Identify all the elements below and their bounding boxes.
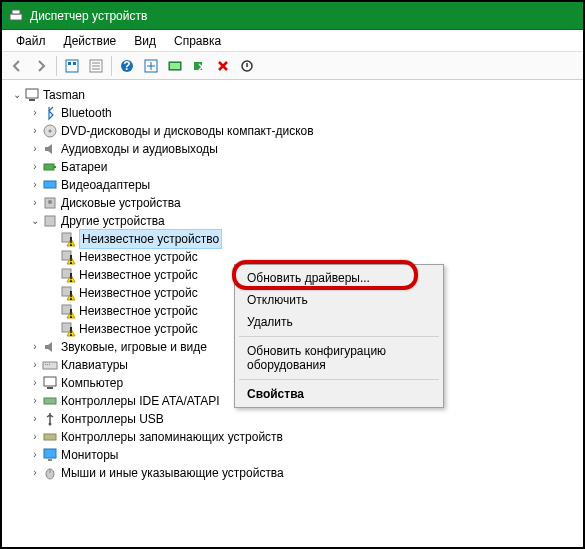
display-adapter-icon — [42, 177, 58, 193]
chevron-right-icon[interactable]: › — [28, 448, 42, 462]
category-label: Другие устройства — [61, 212, 165, 230]
tree-category-storage[interactable]: ›Контроллеры запоминающих устройств — [6, 428, 579, 446]
svg-rect-54 — [48, 459, 52, 461]
svg-rect-49 — [47, 387, 53, 389]
device-label: Неизвестное устройс — [79, 266, 198, 284]
svg-rect-47 — [49, 364, 50, 365]
chevron-right-icon[interactable]: › — [28, 466, 42, 480]
unknown-device-warning-icon: ! — [60, 321, 76, 337]
tree-category-bluetooth[interactable]: ›Bluetooth — [6, 104, 579, 122]
category-label: Батареи — [61, 158, 107, 176]
unknown-device-warning-icon: ! — [60, 285, 76, 301]
sound-icon — [42, 339, 58, 355]
root-label: Tasman — [43, 86, 85, 104]
tree-category-audio[interactable]: ›Аудиовходы и аудиовыходы — [6, 140, 579, 158]
svg-rect-50 — [44, 398, 56, 404]
svg-rect-53 — [44, 449, 56, 458]
tree-category-monitor[interactable]: ›Мониторы — [6, 446, 579, 464]
svg-text:!: ! — [69, 235, 73, 248]
svg-point-24 — [48, 200, 52, 204]
tree-category-video[interactable]: ›Видеоадаптеры — [6, 176, 579, 194]
menu-help[interactable]: Справка — [166, 32, 229, 50]
svg-rect-20 — [44, 164, 54, 170]
update-driver-button[interactable] — [164, 55, 186, 77]
context-update-drivers[interactable]: Обновить драйверы... — [237, 267, 441, 289]
tree-device-unknown[interactable]: !Неизвестное устройство — [6, 230, 579, 248]
device-label: Неизвестное устройс — [79, 284, 198, 302]
category-label: Компьютер — [61, 374, 123, 392]
chevron-right-icon[interactable]: › — [28, 340, 42, 354]
chevron-right-icon[interactable]: › — [28, 178, 42, 192]
chevron-right-icon[interactable]: › — [28, 358, 42, 372]
svg-rect-13 — [170, 63, 180, 69]
tree-category-battery[interactable]: ›Батареи — [6, 158, 579, 176]
unknown-device-warning-icon: ! — [60, 303, 76, 319]
svg-text:?: ? — [123, 59, 130, 73]
chevron-right-icon[interactable]: › — [28, 142, 42, 156]
monitor-icon — [42, 447, 58, 463]
computer-icon — [24, 87, 40, 103]
ide-controller-icon — [42, 393, 58, 409]
disk-icon — [42, 195, 58, 211]
menu-view[interactable]: Вид — [126, 32, 164, 50]
chevron-right-icon[interactable]: › — [28, 394, 42, 408]
svg-text:!: ! — [69, 325, 73, 338]
scan-button[interactable] — [188, 55, 210, 77]
chevron-right-icon[interactable]: › — [28, 196, 42, 210]
unknown-device-warning-icon: ! — [60, 249, 76, 265]
tree-category-mouse[interactable]: ›Мыши и иные указывающие устройства — [6, 464, 579, 482]
svg-text:!: ! — [69, 253, 73, 266]
chevron-right-icon[interactable]: › — [28, 430, 42, 444]
svg-rect-48 — [44, 377, 56, 386]
chevron-down-icon[interactable]: ⌄ — [28, 214, 42, 228]
tree-category-usb[interactable]: ›Контроллеры USB — [6, 410, 579, 428]
svg-text:!: ! — [69, 271, 73, 284]
menu-action[interactable]: Действие — [56, 32, 125, 50]
device-label: Неизвестное устройс — [79, 302, 198, 320]
svg-rect-44 — [43, 362, 57, 369]
category-label: Видеоадаптеры — [61, 176, 150, 194]
tree-category-disk[interactable]: ›Дисковые устройства — [6, 194, 579, 212]
toolbar-separator — [111, 56, 112, 76]
category-label: Контроллеры IDE ATA/ATAPI — [61, 392, 220, 410]
keyboard-icon — [42, 357, 58, 373]
svg-rect-46 — [47, 364, 48, 365]
chevron-right-icon[interactable]: › — [28, 376, 42, 390]
category-label: Bluetooth — [61, 104, 112, 122]
back-button[interactable] — [6, 55, 28, 77]
svg-point-51 — [49, 423, 52, 426]
titlebar: Диспетчер устройств — [2, 2, 583, 30]
svg-rect-25 — [45, 216, 55, 226]
tree-category-dvd[interactable]: ›DVD-дисководы и дисководы компакт-диско… — [6, 122, 579, 140]
category-label: Мониторы — [61, 446, 118, 464]
chevron-right-icon[interactable]: › — [28, 124, 42, 138]
tree-root[interactable]: ⌄ Tasman — [6, 86, 579, 104]
chevron-down-icon[interactable]: ⌄ — [10, 88, 24, 102]
forward-button[interactable] — [30, 55, 52, 77]
context-scan-hardware[interactable]: Обновить конфигурацию оборудования — [237, 340, 441, 376]
audio-icon — [42, 141, 58, 157]
uninstall-button[interactable] — [212, 55, 234, 77]
properties-button[interactable] — [85, 55, 107, 77]
chevron-right-icon[interactable]: › — [28, 106, 42, 120]
context-disable[interactable]: Отключить — [237, 289, 441, 311]
category-label: DVD-дисководы и дисководы компакт-дисков — [61, 122, 314, 140]
context-properties[interactable]: Свойства — [237, 383, 441, 405]
chevron-right-icon[interactable]: › — [28, 160, 42, 174]
tree-category-other[interactable]: ⌄Другие устройства — [6, 212, 579, 230]
help-button[interactable]: ? — [116, 55, 138, 77]
bluetooth-icon — [42, 105, 58, 121]
disable-button[interactable] — [236, 55, 258, 77]
usb-icon — [42, 411, 58, 427]
svg-rect-4 — [73, 62, 76, 65]
show-hidden-button[interactable] — [61, 55, 83, 77]
category-label: Аудиовходы и аудиовыходы — [61, 140, 218, 158]
chevron-right-icon[interactable]: › — [28, 412, 42, 426]
category-label: Мыши и иные указывающие устройства — [61, 464, 284, 482]
svg-rect-45 — [45, 364, 46, 365]
action-button[interactable] — [140, 55, 162, 77]
svg-rect-2 — [66, 60, 78, 72]
svg-rect-0 — [10, 14, 22, 20]
menu-file[interactable]: Файл — [8, 32, 54, 50]
context-delete[interactable]: Удалить — [237, 311, 441, 333]
